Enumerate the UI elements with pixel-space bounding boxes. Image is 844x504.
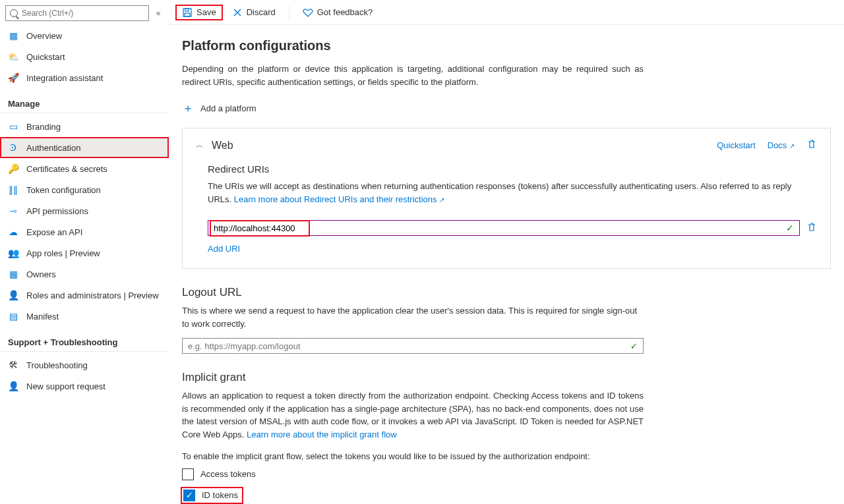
page-description: Depending on the platform or device this… [182,63,644,88]
sidebar-item-branding[interactable]: ▭ Branding [0,116,169,137]
logout-url-section: Logout URL This is where we send a reque… [182,286,644,354]
external-link-icon: ↗ [439,196,444,204]
card-actions: Quickstart Docs ↗ [717,139,817,152]
nav-label: Certificates & secrets [26,164,107,174]
discard-button[interactable]: Discard [226,5,282,20]
sidebar-item-authentication[interactable]: Ͽ Authentication [0,137,169,158]
web-platform-card: ︿ Web Quickstart Docs ↗ Redirect URIs Th… [182,128,831,269]
trash-icon [806,222,817,233]
sidebar-item-token-configuration[interactable]: ∥∥ Token configuration [0,179,169,200]
feedback-label: Got feedback? [317,7,373,17]
sidebar-item-expose-api[interactable]: ☁ Expose an API [0,221,169,242]
implicit-enable-text: To enable the implicit grant flow, selec… [182,450,644,463]
web-quickstart-link[interactable]: Quickstart [717,140,756,150]
implicit-description: Allows an application to request a token… [182,389,644,441]
delete-uri-button[interactable] [806,222,817,235]
nav-label: New support request [26,381,106,391]
card-header: ︿ Web Quickstart Docs ↗ [196,139,817,152]
web-docs-link[interactable]: Docs ↗ [768,140,795,150]
admin-icon: 👤 [8,290,18,300]
access-tokens-label: Access tokens [200,469,256,479]
wrench-icon: 🛠 [8,360,18,370]
logout-url-field[interactable] [188,341,630,351]
trash-icon [806,139,817,150]
grid-icon: ▦ [8,30,18,41]
sidebar-item-overview[interactable]: ▦ Overview [0,25,169,46]
rocket-icon: ⛅ [8,51,18,62]
sidebar-section-support: Support + Troubleshooting [0,327,169,352]
sidebar-item-quickstart[interactable]: ⛅ Quickstart [0,46,169,67]
toolbar: Save Discard Got feedback? [169,0,844,25]
delete-platform-button[interactable] [806,139,817,152]
content-scroll[interactable]: Platform configurations Depending on the… [169,25,844,504]
svg-rect-1 [185,9,189,11]
card-title: Web [212,140,233,152]
tag-icon: ▭ [8,121,18,132]
sidebar-item-new-support-request[interactable]: 👤 New support request [0,376,169,397]
nav-label: Overview [26,31,62,41]
nav-label: Authentication [26,143,80,153]
rocket-icon: 🚀 [8,72,18,83]
sidebar-item-certificates-secrets[interactable]: 🔑 Certificates & secrets [0,158,169,179]
nav-label: Quickstart [26,52,65,62]
save-icon [182,7,193,18]
nav-label: Roles and administrators | Preview [26,291,159,300]
search-field[interactable] [22,9,144,18]
sidebar-item-integration-assistant[interactable]: 🚀 Integration assistant [0,67,169,88]
feedback-button[interactable]: Got feedback? [296,5,380,20]
logout-heading: Logout URL [182,286,644,299]
people-icon: 👥 [8,248,18,258]
redirect-uri-input[interactable]: ✓ [208,220,800,236]
collapse-sidebar-button[interactable]: « [153,9,164,18]
redirect-uri-row: ✓ [208,220,817,236]
sidebar-item-api-permissions[interactable]: ⊸ API permissions [0,200,169,221]
sidebar: « ▦ Overview ⛅ Quickstart 🚀 Integration … [0,0,169,504]
sidebar-item-roles-admins[interactable]: 👤 Roles and administrators | Preview [0,285,169,306]
redirect-uri-field[interactable] [214,223,306,233]
nav-label: Owners [26,269,56,279]
access-tokens-checkbox[interactable] [182,468,194,480]
page-title: Platform configurations [182,38,831,53]
implicit-heading: Implicit grant [182,371,644,384]
key-icon: 🔑 [8,163,18,174]
uri-value-highlight [210,220,310,237]
main-content: Save Discard Got feedback? Platform conf… [169,0,844,504]
sidebar-item-app-roles[interactable]: 👥 App roles | Preview [0,242,169,264]
nav-label: Expose an API [26,227,82,237]
nav-label: Troubleshooting [26,360,88,370]
external-link-icon: ↗ [789,142,795,150]
card-title-row[interactable]: ︿ Web [196,140,233,152]
implicit-learn-more-link[interactable]: Learn more about the implicit grant flow [247,430,397,439]
add-platform-button[interactable]: ＋ Add a platform [182,100,831,116]
redirect-learn-more-link[interactable]: Learn more about Redirect URIs and their… [234,194,444,204]
save-label: Save [196,7,216,17]
add-uri-button[interactable]: Add URI [208,244,817,254]
redirect-uris-description: The URIs we will accept as destinations … [196,180,816,206]
discard-label: Discard [247,7,276,17]
search-icon [10,9,18,17]
add-platform-label: Add a platform [200,103,256,113]
logout-url-input[interactable]: ✓ [182,338,644,354]
owners-icon: ▦ [8,269,18,279]
nav-label: API permissions [26,206,88,216]
sidebar-item-owners[interactable]: ▦ Owners [0,264,169,285]
search-row: « [0,5,169,25]
id-tokens-label: ID tokens [202,490,238,500]
search-input[interactable] [5,5,149,21]
access-tokens-checkbox-row: Access tokens [182,468,644,480]
sidebar-item-manifest[interactable]: ▤ Manifest [0,306,169,327]
manifest-icon: ▤ [8,311,18,322]
cloud-icon: ☁ [8,227,18,237]
valid-check-icon: ✓ [786,223,794,233]
toolbar-separator [289,6,289,19]
support-icon: 👤 [8,381,18,391]
sidebar-item-troubleshooting[interactable]: 🛠 Troubleshooting [0,354,169,376]
id-tokens-checkbox[interactable]: ✓ [183,490,195,501]
redirect-uris-heading: Redirect URIs [196,163,817,175]
nav-label: Token configuration [26,185,101,195]
close-icon [232,7,243,18]
valid-check-icon: ✓ [630,341,638,351]
save-button[interactable]: Save [175,5,223,20]
sliders-icon: ∥∥ [8,184,18,195]
permissions-icon: ⊸ [8,206,18,216]
